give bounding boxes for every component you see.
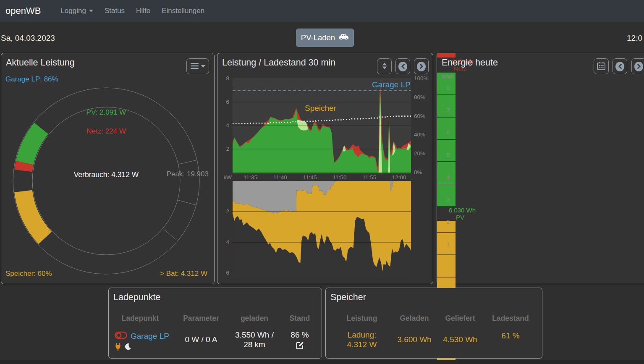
charge-mode-button[interactable]: PV-Laden <box>296 29 354 47</box>
series-label-garage-lp: Garage LP <box>372 80 411 89</box>
kwh-axis-tick: 3 <box>437 196 450 204</box>
chart-resize-button[interactable] <box>377 58 392 74</box>
battery-soc: 61 % <box>481 331 540 340</box>
chart-next-button[interactable] <box>414 58 429 74</box>
time-axis-tick: 12:00 <box>389 174 409 181</box>
col-header-geliefert: Geliefert <box>431 314 490 323</box>
battery-house-area-chart <box>233 181 411 278</box>
nav-item-logging[interactable]: Logging <box>60 7 93 15</box>
chargepoint-name-cell: Garage LP <box>115 331 169 341</box>
car-icon <box>339 33 349 42</box>
chart-prev-button[interactable] <box>395 58 410 74</box>
panel-title: Ladepunkte <box>113 292 160 303</box>
pct-axis-tick: 20% <box>414 150 432 157</box>
battery-power-line1: Ladung: <box>332 330 391 340</box>
bar-value-label: 6.030 Wh <box>437 207 487 214</box>
kw-axis-tick: 4 <box>217 238 229 246</box>
kw-axis-tick: 6 <box>217 98 229 106</box>
kwh-axis-tick: 6 <box>437 129 450 136</box>
col-header-parameter: Parameter <box>172 314 230 323</box>
up-down-arrows-icon <box>381 62 388 71</box>
kwh-axis-tick: 2 <box>437 218 450 226</box>
kw-axis-tick: 6 <box>217 269 229 277</box>
toggle-icon[interactable] <box>115 331 127 341</box>
gauge-peak-value: Peak: 19.903 <box>157 170 209 178</box>
col-header-leistung: Leistung <box>332 314 391 323</box>
col-header-stand: Stand <box>270 314 329 323</box>
kwh-axis-tick: 7 <box>437 107 450 114</box>
nav-item-label: Status <box>105 7 125 15</box>
gauge-netz-value: Netz: 224 W <box>33 127 180 136</box>
panel-ladepunkte: Ladepunkte Ladepunkt Parameter geladen S… <box>108 288 322 359</box>
current-date: Sa, 04.03.2023 <box>1 34 55 43</box>
pct-axis-tick: 100% <box>414 75 432 82</box>
chart-next-button[interactable] <box>631 58 644 74</box>
kw-axis-unit: kW <box>217 174 232 181</box>
gauge-garage-lp-value: Garage LP: 86% <box>5 75 58 84</box>
kwh-axis-tick: 8 <box>437 84 450 92</box>
chargepoint-name[interactable]: Garage LP <box>131 332 169 341</box>
panel-title: Leistung / Ladestand 30 min <box>222 58 335 68</box>
col-header-ladepunkt: Ladepunkt <box>111 314 170 323</box>
kw-axis-tick: 8 <box>217 75 229 82</box>
nav-item-label: Einstellungen <box>162 7 204 15</box>
battery-power-line2: 4.312 W <box>332 340 391 349</box>
kwh-axis-tick: 4 <box>437 174 450 181</box>
nav-item-label: Logging <box>60 7 86 15</box>
pct-axis-tick: 60% <box>414 113 432 120</box>
chevron-right-icon <box>417 62 426 71</box>
time-axis-tick: 11:45 <box>300 174 320 181</box>
panel-energie-heute: Energie heute kWh 210 WhNetz6.030 WhPV4.… <box>437 53 644 284</box>
panel-title: Energie heute <box>442 58 498 68</box>
clock: 12:0 <box>627 34 642 43</box>
chevron-right-icon <box>634 62 643 71</box>
nav-item-einstellungen[interactable]: Einstellungen <box>162 7 204 15</box>
kwh-axis-tick: 1 <box>437 241 450 248</box>
pct-axis-tick: 0% <box>414 169 432 176</box>
panel-title: Speicher <box>330 292 366 303</box>
navbar: openWB Logging Status Hilfe Einstellunge… <box>0 0 644 22</box>
panel-title: Aktuelle Leistung <box>6 58 75 68</box>
footer-strip <box>0 360 644 364</box>
series-label-speicher: Speicher <box>305 104 336 113</box>
time-axis-tick: 11:50 <box>330 174 350 181</box>
panel-speicher: Speicher Leistung Geladen Geliefert Lade… <box>325 288 542 359</box>
panel-leistung-ladestand: Leistung / Ladestand 30 min kW Garage LP… <box>217 53 433 284</box>
panel-aktuelle-leistung: Aktuelle Leistung Garage LP: 86% PV: 2.0… <box>1 53 215 284</box>
kwh-axis-tick: 5 <box>437 152 450 159</box>
nav-item-status[interactable]: Status <box>105 7 125 15</box>
chevron-down-icon <box>89 10 93 12</box>
chargepoint-parameter: 0 W / 0 A <box>172 335 230 344</box>
battery-delivered: 4.530 Wh <box>431 335 490 344</box>
calendar-button[interactable] <box>594 58 609 74</box>
kw-axis-tick: 2 <box>217 208 229 215</box>
app-brand: openWB <box>5 5 41 16</box>
kw-axis-tick: 2 <box>217 145 229 153</box>
time-axis-tick: 11:35 <box>241 174 261 181</box>
kwh-axis-unit: kWh <box>442 73 453 81</box>
gauge-bat-value: > Bat: 4.312 W <box>160 270 207 278</box>
power-area-chart <box>233 78 411 174</box>
chargepoint-status-icons <box>115 343 131 353</box>
soc-edit-button[interactable] <box>270 341 329 351</box>
chart-prev-button[interactable] <box>613 58 627 74</box>
time-axis-tick: 11:40 <box>270 174 290 181</box>
calendar-icon <box>597 61 606 72</box>
chevron-down-icon <box>201 65 205 68</box>
nav-item-label: Hilfe <box>136 7 150 15</box>
hamburger-icon <box>191 63 199 71</box>
nav-menu: Logging Status Hilfe Einstellungen <box>60 7 204 15</box>
chevron-left-icon <box>398 62 407 71</box>
col-header-ladestand: Ladestand <box>481 314 540 323</box>
moon-icon <box>124 343 131 352</box>
nav-item-hilfe[interactable]: Hilfe <box>136 7 150 15</box>
charge-mode-label: PV-Laden <box>301 33 335 42</box>
chargepoint-soc: 86 % <box>270 330 329 340</box>
time-axis-tick: 11:55 <box>359 174 380 181</box>
bar <box>437 72 456 207</box>
plug-icon <box>115 343 121 353</box>
gauge-pv-value: PV: 2.091 W <box>33 108 180 117</box>
kw-axis-tick: 4 <box>217 122 229 129</box>
pct-axis-tick: 80% <box>414 94 432 101</box>
pct-axis-tick: 40% <box>414 131 432 139</box>
